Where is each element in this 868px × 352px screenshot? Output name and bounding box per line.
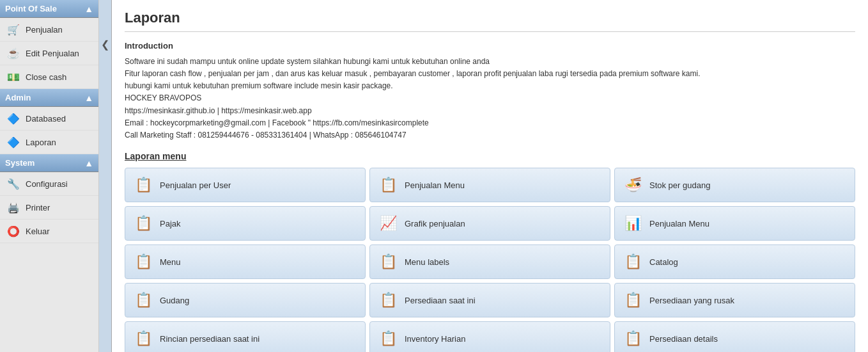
report-card-icon-penjualan-per-user: 📋 [133, 175, 153, 195]
sidebar-section-admin-label: Admin [5, 93, 31, 102]
report-card-icon-catalog: 📋 [623, 252, 643, 272]
sidebar-item-keluar[interactable]: ⭕ Keluar [0, 220, 98, 243]
intro-heading: Introduction [125, 40, 855, 53]
report-card-icon-menu-labels: 📋 [378, 252, 398, 272]
sidebar-item-close-cash-label: Close cash [26, 72, 66, 82]
report-card-icon-grafik-penjualan: 📈 [378, 213, 398, 234]
report-card-icon-pajak: 📋 [133, 213, 153, 234]
sidebar-item-close-cash[interactable]: 💵 Close cash [0, 65, 98, 89]
intro-line-4: HOCKEY BRAVOPOS [125, 92, 855, 104]
sidebar-item-printer-label: Printer [26, 203, 50, 212]
configurasi-icon: 🔧 [6, 177, 20, 191]
report-card-catalog[interactable]: 📋 Catalog [614, 244, 855, 279]
menu-section-title: Laporan menu [125, 151, 855, 161]
report-card-rincian-persediaan[interactable]: 📋 Rincian persediaan saat ini [125, 321, 366, 352]
intro-line-5: https://mesinkasir.github.io | https://m… [125, 105, 855, 117]
printer-icon: 🖨️ [6, 200, 20, 214]
page-title: Laporan [125, 10, 855, 32]
intro-section: Introduction Software ini sudah mampu un… [125, 40, 855, 141]
report-card-icon-inventory-harian: 📋 [378, 328, 398, 349]
report-card-penjualan-per-user[interactable]: 📋 Penjualan per User [125, 168, 366, 202]
report-grid: 📋 Penjualan per User 📋 Penjualan Menu 🍜 … [125, 168, 855, 352]
report-card-label-penjualan-menu-2: Penjualan Menu [649, 219, 709, 228]
content-area: Laporan Introduction Software ini sudah … [112, 0, 868, 352]
report-card-icon-penjualan-menu-1: 📋 [378, 175, 398, 195]
report-card-label-pajak: Pajak [160, 219, 181, 228]
close-cash-icon: 💵 [6, 70, 20, 84]
report-card-persediaan-saat-ini[interactable]: 📋 Persediaan saat ini [369, 283, 610, 317]
intro-line-7: Call Marketing Staff : 081259444676 - 08… [125, 129, 855, 141]
report-card-grafik-penjualan[interactable]: 📈 Grafik penjualan [369, 206, 610, 241]
report-card-icon-rincian-persediaan: 📋 [133, 328, 153, 349]
report-card-label-stok-per-gudang: Stok per gudang [649, 180, 710, 190]
databased-icon: 🔷 [6, 111, 20, 125]
report-card-stok-per-gudang[interactable]: 🍜 Stok per gudang [614, 168, 855, 202]
report-card-menu[interactable]: 📋 Menu [125, 244, 366, 279]
report-card-persediaan-yang-rusak[interactable]: 📋 Persediaan yang rusak [614, 283, 855, 317]
report-card-label-inventory-harian: Inventory Harian [405, 334, 465, 344]
sidebar-section-pos-label: Point Of Sale [5, 4, 57, 13]
sidebar-item-printer[interactable]: 🖨️ Printer [0, 196, 98, 220]
collapse-arrow-icon: ❮ [101, 38, 109, 51]
sidebar-collapse-admin-icon: ▲ [84, 93, 93, 102]
sidebar-item-penjualan[interactable]: 🛒 Penjualan [0, 18, 98, 42]
report-card-icon-persediaan-details: 📋 [623, 328, 643, 349]
report-card-label-persediaan-saat-ini: Persediaan saat ini [405, 296, 476, 305]
report-card-menu-labels[interactable]: 📋 Menu labels [369, 244, 610, 279]
sidebar: Point Of Sale ▲ 🛒 Penjualan ☕ Edit Penju… [0, 0, 99, 352]
report-card-icon-gudang: 📋 [133, 290, 153, 310]
report-card-penjualan-menu-1[interactable]: 📋 Penjualan Menu [369, 168, 610, 202]
sidebar-item-laporan[interactable]: 🔷 Laporan [0, 131, 98, 154]
intro-line-2: Fitur laporan cash flow , penjualan per … [125, 68, 855, 80]
report-card-label-penjualan-menu-1: Penjualan Menu [405, 180, 465, 190]
report-card-icon-stok-per-gudang: 🍜 [623, 175, 643, 195]
sidebar-collapse-button[interactable]: ❮ [99, 0, 112, 352]
report-card-label-catalog: Catalog [649, 257, 678, 267]
sidebar-section-admin[interactable]: Admin ▲ [0, 89, 98, 107]
sidebar-item-databased[interactable]: 🔷 Databased [0, 107, 98, 131]
sidebar-item-keluar-label: Keluar [26, 227, 50, 236]
laporan-icon: 🔷 [6, 135, 20, 149]
sidebar-section-system[interactable]: System ▲ [0, 154, 98, 172]
sidebar-item-edit-penjualan-label: Edit Penjualan [26, 49, 79, 58]
sidebar-item-penjualan-label: Penjualan [26, 25, 63, 35]
report-card-icon-persediaan-yang-rusak: 📋 [623, 290, 643, 310]
report-card-label-penjualan-per-user: Penjualan per User [160, 180, 231, 190]
sidebar-item-configurasi-label: Configurasi [26, 179, 68, 189]
penjualan-icon: 🛒 [6, 22, 20, 36]
report-card-label-persediaan-details: Persediaan details [649, 334, 718, 344]
report-card-pajak[interactable]: 📋 Pajak [125, 206, 366, 241]
sidebar-item-laporan-label: Laporan [26, 138, 56, 147]
report-card-label-menu: Menu [160, 257, 181, 267]
sidebar-item-edit-penjualan[interactable]: ☕ Edit Penjualan [0, 42, 98, 65]
report-card-label-rincian-persediaan: Rincian persediaan saat ini [160, 334, 260, 344]
sidebar-section-pos[interactable]: Point Of Sale ▲ [0, 0, 98, 18]
keluar-icon: ⭕ [6, 224, 20, 238]
intro-line-6: Email : hockeycorpmarketing@gmail.com | … [125, 117, 855, 129]
report-card-label-grafik-penjualan: Grafik penjualan [405, 219, 465, 228]
main-area: ❮ Laporan Introduction Software ini suda… [99, 0, 868, 352]
sidebar-item-databased-label: Databased [26, 114, 66, 124]
intro-line-3: hubungi kami untuk kebutuhan premium sof… [125, 80, 855, 92]
report-card-gudang[interactable]: 📋 Gudang [125, 283, 366, 317]
edit-penjualan-icon: ☕ [6, 46, 20, 60]
sidebar-item-configurasi[interactable]: 🔧 Configurasi [0, 172, 98, 196]
report-card-label-menu-labels: Menu labels [405, 257, 449, 267]
sidebar-collapse-system-icon: ▲ [84, 159, 93, 168]
report-card-icon-persediaan-saat-ini: 📋 [378, 290, 398, 310]
report-card-icon-penjualan-menu-2: 📊 [623, 213, 643, 234]
report-card-label-gudang: Gudang [160, 296, 189, 305]
sidebar-collapse-pos-icon: ▲ [84, 4, 93, 13]
report-card-inventory-harian[interactable]: 📋 Inventory Harian [369, 321, 610, 352]
intro-line-1: Software ini sudah mampu untuk online up… [125, 56, 855, 68]
report-card-icon-menu: 📋 [133, 252, 153, 272]
sidebar-section-system-label: System [5, 158, 35, 168]
report-card-penjualan-menu-2[interactable]: 📊 Penjualan Menu [614, 206, 855, 241]
report-card-label-persediaan-yang-rusak: Persediaan yang rusak [649, 296, 734, 305]
report-card-persediaan-details[interactable]: 📋 Persediaan details [614, 321, 855, 352]
